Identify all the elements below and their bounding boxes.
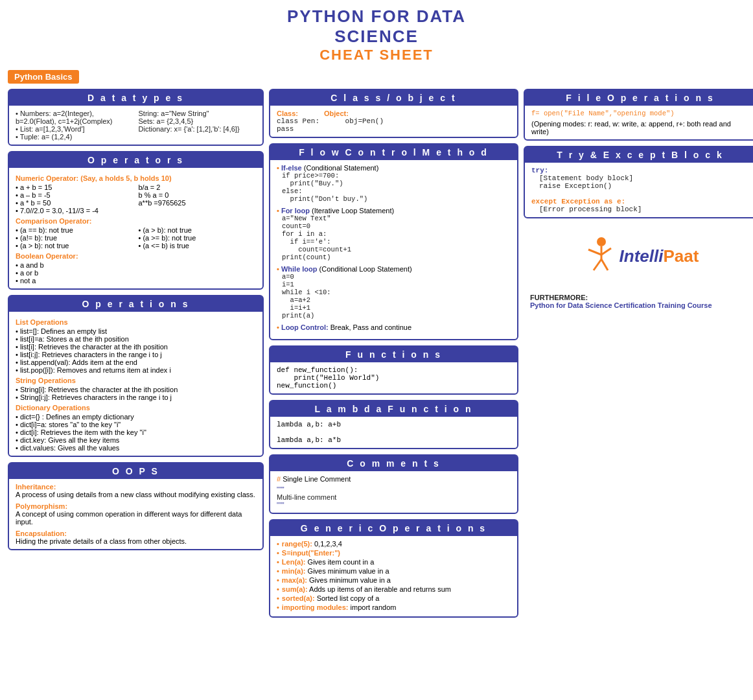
flow-section-header: • While loop (Conditional Loop Statement… [277,265,511,273]
try-except-content: try: [Statement body block] raise Except… [525,163,753,217]
comparison-op-title: Comparison Operator: [16,217,256,225]
cheat-sheet-subtitle: CHEAT SHEET [8,47,745,64]
operators-title: O p e r a t o r s [9,152,262,168]
flow-label: For loop [281,207,310,215]
functions-title: F u n c t i o n s [270,347,517,362]
bullet: • [277,567,279,575]
logo-text: IntelliPaat [620,246,699,266]
class-label: Class: [277,110,298,117]
comment-single-text: Single Line Comment [283,475,351,483]
datatypes-left: • Numbers: a=2(Integer), b=2.0(Float), c… [16,110,133,141]
svg-line-5 [601,259,608,270]
header: PYTHON FOR DATA SCIENCE CHEAT SHEET Pyth… [8,6,745,84]
flow-control-title: F l o w C o n t r o l M e t h o d [270,145,517,160]
list-ops-items: • list=[]: Defines an empty list • list[… [16,327,256,374]
generic-ops-box: G e n e r i c O p e r a t i o n s • rang… [269,519,518,618]
comparison-right: • (a > b): not true • (a >= b): not true… [139,226,257,250]
generic-text: max(a): Gives minimum value in a [282,576,391,584]
page-wrapper: PYTHON FOR DATA SCIENCE CHEAT SHEET Pyth… [0,0,753,624]
list-item: • list[i]: Retrieves the character at th… [16,343,256,351]
svg-line-3 [601,248,611,255]
svg-line-4 [594,259,601,270]
comparison-op-grid: • (a == b): not true • (a!= b): true • (… [16,226,256,250]
operations-title: O p e r a t i o n s [9,296,262,312]
polymorphism-text: A concept of using common operation in d… [16,510,256,526]
op-item: • a – b = -5 [16,191,133,199]
file-ops-box: F i l e O p e r a t i o n s f= open("Fil… [524,89,753,141]
operators-content: Numeric Operator: (Say, a holds 5, b hol… [9,168,262,288]
numeric-op-title: Numeric Operator: (Say, a holds 5, b hol… [16,174,256,182]
generic-item: • sorted(a): Sorted list copy of a [277,594,511,602]
datatype-item: • Numbers: a=2(Integer), b=2.0(Float), c… [16,110,133,125]
flow-code: if price>=700: print("Buy.") else: print… [277,172,511,203]
operators-box: O p e r a t o r s Numeric Operator: (Say… [8,151,264,290]
generic-item: • sum(a): Adds up items of an iterable a… [277,585,511,593]
generic-text: sum(a): Adds up items of an iterable and… [282,585,451,593]
flow-desc: Break, Pass and continue [330,323,411,331]
class-code: class Pen: obj=Pen() pass [277,117,511,133]
bullet: • [277,540,279,548]
furthermore-link[interactable]: Python for Data Science Certification Tr… [530,301,750,309]
bullet: • [277,558,279,566]
svg-point-0 [597,237,606,246]
op-item: • a or b [16,269,256,277]
inheritance-title: Inheritance: [16,483,256,491]
flow-code: a=0 i=1 while i <10: a=a+2 i=i+1 print(a… [277,273,511,320]
furthermore-title: FURTHERMORE: [530,294,750,301]
flow-bullet: • [277,323,279,331]
generic-text: importing modules: import random [282,603,397,611]
dict-item: • dict.key: Gives all the key items [16,436,256,444]
generic-item: • range(5): 0,1,2,3,4 [277,540,511,548]
oops-title: O O P S [9,463,262,479]
object-label: Object: [324,110,349,117]
op-item: • (a > b): not true [139,226,257,234]
numeric-right: b/a = 2 b % a = 0 a**b =9765625 [139,183,257,215]
generic-ops-content: • range(5): 0,1,2,3,4 • S=input("Enter:"… [270,536,517,616]
logo-paat: Paat [663,246,699,266]
op-item: a**b =9765625 [139,199,257,207]
lambda-line1: lambda a,b: a+b [277,421,511,428]
comment-hash: # [277,475,283,483]
op-item: • (a > b): not true [16,242,133,250]
class-object-title: C l a s s / o b j e c t [270,90,517,106]
flow-desc: (Conditional Loop Statement) [319,265,412,273]
bullet: • [277,585,279,593]
class-object-box: C l a s s / o b j e c t Class: Object: c… [269,89,518,138]
generic-item: • importing modules: import random [277,603,511,611]
flow-desc: (Conditional Statement) [304,164,379,172]
comments-title: C o m m e n t s [270,456,517,471]
python-basics-badge: Python Basics [8,70,79,84]
list-item: • list=[]: Defines an empty list [16,327,256,335]
multiline-comment: """ Multi-line comment """ [277,485,511,509]
generic-item: • max(a): Gives minimum value in a [277,576,511,584]
file-ops-title: F i l e O p e r a t i o n s [525,90,753,106]
datatypes-content: • Numbers: a=2(Integer), b=2.0(Float), c… [9,106,262,145]
logo-figure-icon [582,237,614,275]
dict-item: • dict[i]=a: stores "a" to the key "i" [16,421,256,428]
datatypes-box: D a t a t y p e s • Numbers: a=2(Integer… [8,89,264,146]
string-item: • String[i:j]: Retrieves characters in t… [16,393,256,401]
lambda-content: lambda a,b: a+b lambda a,b: a*b [270,417,517,448]
polymorphism-title: Polymorphism: [16,502,256,510]
encapsulation-title: Encapsulation: [16,530,256,537]
boolean-items: • a and b • a or b • not a [16,261,256,285]
op-item: • a * b = 50 [16,199,133,207]
datatype-item: • List: a=[1,2,3,'Word'] [16,125,133,133]
logo-intelli: Intelli [620,246,664,266]
generic-item: • Len(a): Gives item count in a [277,558,511,566]
dict-ops-title: Dictionary Operations [16,404,256,412]
numeric-left: • a + b = 15 • a – b = -5 • a * b = 50 •… [16,183,133,215]
operations-content: List Operations • list=[]: Defines an em… [9,312,262,456]
try-body: [Statement body block] raise Exception() [531,174,749,190]
file-note: (Opening modes: r: read, w: write, a: ap… [531,120,749,135]
flow-control-content: • If-else (Conditional Statement) if pri… [270,160,517,339]
generic-text: sorted(a): Sorted list copy of a [282,594,379,602]
flow-bullet: • [277,265,279,273]
datatypes-title: D a t a t y p e s [9,90,262,106]
op-item: • a and b [16,261,256,269]
bullet: • [277,549,279,557]
flow-label: If-else [281,164,302,172]
datatype-item: Dictionary: x= {'a': [1,2],'b': [4,6]} [139,125,257,133]
column-1: D a t a t y p e s • Numbers: a=2(Integer… [8,89,264,550]
string-ops-title: String Operations [16,377,256,384]
